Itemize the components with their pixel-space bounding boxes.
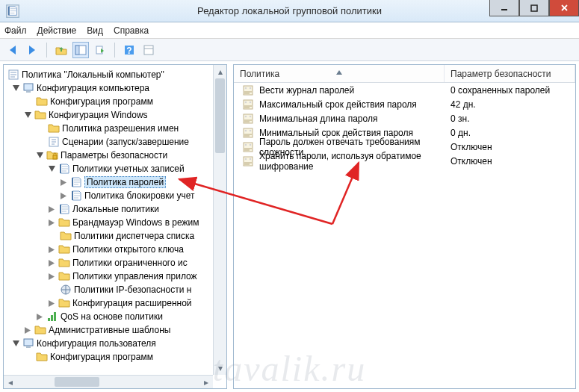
expand-icon[interactable]	[35, 312, 44, 321]
folder-icon	[58, 270, 70, 282]
tree-label: Параметры безопасности	[61, 150, 167, 161]
tree-windows-firewall[interactable]: Брандмауэр Windows в режим	[4, 216, 226, 229]
expand-icon[interactable]	[59, 178, 68, 187]
folder-lock-icon	[46, 149, 58, 161]
svg-rect-19	[75, 46, 79, 55]
menu-file[interactable]: Файл	[4, 25, 27, 36]
expand-icon[interactable]	[23, 326, 32, 335]
up-one-level-button[interactable]	[53, 42, 69, 58]
help-button[interactable]	[121, 42, 137, 58]
tree-vertical-scrollbar[interactable]: ▴ ▾	[213, 65, 226, 375]
scroll-down-icon[interactable]: ▾	[214, 361, 226, 375]
folder-icon	[34, 109, 46, 121]
folder-icon	[58, 243, 70, 255]
expand-icon[interactable]	[47, 218, 56, 227]
tree-local-policies[interactable]: Локальные политики	[4, 202, 226, 216]
column-header-param[interactable]: Параметр безопасности	[445, 65, 575, 82]
tree-lockout-policy[interactable]: Политика блокировки учет	[4, 189, 226, 202]
tree-computer-config[interactable]: Конфигурация компьютера	[4, 81, 226, 95]
close-button[interactable]	[549, 0, 579, 16]
tree-label: Административные шаблоны	[49, 325, 170, 335]
tree-password-policy[interactable]: Политика паролей	[4, 175, 226, 189]
export-list-button[interactable]	[92, 42, 108, 58]
folder-icon	[34, 324, 46, 336]
scroll-thumb[interactable]	[215, 78, 225, 153]
tree-ipsec[interactable]: Политики IP-безопасности н	[4, 283, 226, 296]
tree-label: Политики диспетчера списка	[74, 231, 194, 241]
policy-icon	[242, 99, 254, 111]
tree-security-settings[interactable]: Параметры безопасности	[4, 149, 226, 162]
list-row[interactable]: Минимальная длина пароля0 зн.	[234, 111, 575, 125]
scroll-left-icon[interactable]: ◂	[4, 376, 17, 388]
menu-view[interactable]: Вид	[87, 25, 103, 36]
expand-icon[interactable]	[47, 205, 56, 214]
tree-dispatcher-policies[interactable]: Политики диспетчера списка	[4, 229, 226, 243]
folder-icon	[58, 217, 70, 228]
qos-icon	[46, 311, 58, 323]
tree-public-key[interactable]: Политики открытого ключа	[4, 243, 226, 256]
tree-advanced-audit[interactable]: Конфигурация расширенной	[4, 296, 226, 310]
column-header-policy[interactable]: Политика	[234, 65, 445, 82]
list-header: Политика Параметр безопасности	[234, 65, 575, 83]
toolbar-separator	[114, 43, 115, 57]
tree-admin-templates[interactable]: Административные шаблоны	[4, 323, 226, 337]
tree-label: Политики открытого ключа	[72, 244, 184, 255]
tree-account-policies[interactable]: Политики учетных записей	[4, 162, 226, 175]
folder-icon	[48, 122, 60, 134]
tree-restricted-software[interactable]: Политики ограниченного ис	[4, 256, 226, 270]
menu-help[interactable]: Справка	[114, 25, 149, 36]
expand-icon[interactable]	[47, 272, 56, 281]
tree-horizontal-scrollbar[interactable]: ◂ ▸	[4, 375, 213, 388]
collapse-icon[interactable]	[11, 84, 20, 93]
tree-label: Сценарии (запуск/завершение	[62, 137, 189, 147]
collapse-icon[interactable]	[11, 339, 20, 348]
computer-icon	[22, 82, 34, 94]
collapse-icon[interactable]	[35, 151, 44, 160]
tree-scripts[interactable]: Сценарии (запуск/завершение	[4, 135, 226, 149]
menu-action[interactable]: Действие	[37, 25, 77, 36]
tree-windows-config[interactable]: Конфигурация Windows	[4, 108, 226, 122]
tree-user-software-config[interactable]: Конфигурация программ	[4, 350, 226, 364]
folder-icon	[58, 257, 70, 269]
list-row[interactable]: Максимальный срок действия пароля42 дн.	[234, 97, 575, 111]
policy-icon	[242, 113, 254, 125]
show-hide-tree-button[interactable]	[72, 42, 89, 58]
expand-icon[interactable]	[47, 258, 56, 267]
tree-root[interactable]: Политика "Локальный компьютер"	[4, 68, 226, 81]
minimize-button[interactable]	[489, 0, 519, 16]
collapse-icon[interactable]	[47, 164, 56, 173]
sort-ascending-icon	[336, 66, 342, 77]
properties-button[interactable]	[140, 42, 157, 58]
list-row[interactable]: Хранить пароли, используя обратимое шифр…	[234, 154, 575, 168]
scroll-up-icon[interactable]: ▴	[214, 65, 226, 78]
tree-name-resolution[interactable]: Политика разрешения имен	[4, 122, 226, 135]
scroll-thumb[interactable]	[55, 377, 99, 387]
expand-icon[interactable]	[47, 245, 56, 254]
tree-label: Конфигурация пользователя	[37, 338, 156, 349]
tree-label: Политика блокировки учет	[84, 190, 195, 201]
expand-icon[interactable]	[47, 299, 56, 308]
forward-button[interactable]	[24, 42, 40, 58]
toolbar	[0, 39, 579, 61]
tree-software-config[interactable]: Конфигурация программ	[4, 95, 226, 108]
policy-tree[interactable]: Политика "Локальный компьютер" Конфигура…	[4, 65, 226, 388]
book-icon	[58, 203, 70, 215]
tree-app-control[interactable]: Политики управления прилож	[4, 270, 226, 283]
policy-value: 0 зн.	[450, 113, 469, 124]
scroll-right-icon[interactable]: ▸	[199, 376, 213, 388]
policy-value: 0 дн.	[450, 128, 471, 138]
list-body[interactable]: Вести журнал паролей0 сохраненных пароле…	[234, 83, 575, 388]
back-button[interactable]	[4, 42, 21, 58]
tree-user-config[interactable]: Конфигурация пользователя	[4, 337, 226, 350]
computer-icon	[22, 337, 34, 349]
tree-label: Политики ограниченного ис	[72, 258, 188, 268]
tree-qos[interactable]: QoS на основе политики	[4, 310, 226, 323]
folder-icon	[58, 297, 70, 309]
tree-label: Конфигурация компьютера	[37, 83, 149, 93]
policy-name: Максимальный срок действия пароля	[259, 99, 417, 110]
maximize-button[interactable]	[519, 0, 549, 16]
expand-icon[interactable]	[59, 191, 68, 200]
list-row[interactable]: Вести журнал паролей0 сохраненных пароле…	[234, 83, 575, 97]
collapse-icon[interactable]	[23, 111, 32, 119]
policy-value: Отключен	[450, 142, 492, 152]
